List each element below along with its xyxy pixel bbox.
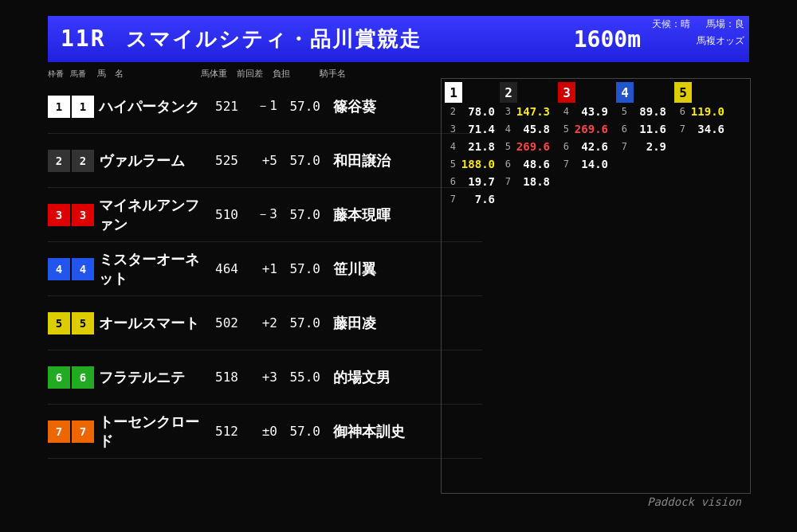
table-row: 2 2 ヴァルラーム 525 +5 57.0 和田譲治 <box>48 134 482 188</box>
odds-horse-num: 7 <box>500 176 511 187</box>
horse-prev: －3 <box>241 206 277 223</box>
odds-col-3: 3 443.95269.6642.6714.0 <box>558 82 608 208</box>
odds-horse-num: 7 <box>445 194 456 205</box>
odds-value: 21.8 <box>458 140 495 153</box>
odds-horse-num: 2 <box>445 106 456 117</box>
odds-horse-num: 5 <box>558 123 569 135</box>
horse-futan: 57.0 <box>281 207 320 222</box>
odds-label: 馬複オッズ <box>692 33 749 49</box>
horse-name: ハイパータンク <box>99 97 202 116</box>
odds-entry-row: 5269.6 <box>500 138 550 155</box>
odds-entry-row: 371.4 <box>445 120 495 138</box>
top-banner: 11R スマイルシティ・品川賞競走 1600m <box>48 16 749 62</box>
odds-entry-row: 72.9 <box>616 138 666 155</box>
horse-futan: 55.0 <box>281 370 320 385</box>
horse-futan: 57.0 <box>281 261 320 276</box>
odds-value: 11.6 <box>630 123 666 135</box>
jockey-name: 藤本現暉 <box>333 205 429 225</box>
waku-badge: 4 <box>48 258 70 280</box>
odds-value: 2.9 <box>630 140 666 153</box>
waku-badge: 2 <box>48 150 70 172</box>
odds-entry-row: 648.6 <box>500 155 550 173</box>
col-futan: 負担 <box>273 68 308 80</box>
horse-weight: 502 <box>202 315 238 331</box>
horse-futan: 57.0 <box>281 424 320 439</box>
odds-entry-row: 5269.6 <box>558 120 608 138</box>
odds-value: 71.4 <box>458 123 495 135</box>
horse-futan: 57.0 <box>281 99 320 114</box>
odds-value: 269.6 <box>513 140 550 153</box>
odds-value: 43.9 <box>571 105 608 118</box>
odds-entry-row: 714.0 <box>558 155 608 173</box>
odds-entry-row: 278.0 <box>445 103 495 120</box>
horse-prev: +2 <box>241 315 277 331</box>
odds-col-2: 2 3147.3445.85269.6648.6718.8 <box>500 82 550 208</box>
uma-badge: 4 <box>72 258 94 280</box>
horse-weight: 512 <box>202 424 238 439</box>
odds-value: 19.7 <box>458 175 495 188</box>
odds-horse-num: 7 <box>558 158 569 170</box>
odds-col3-entries: 443.95269.6642.6714.0 <box>558 103 608 173</box>
odds-horse-num: 6 <box>616 123 627 135</box>
odds-col2-header: 2 <box>500 82 517 103</box>
uma-badge: 7 <box>72 421 94 443</box>
horse-prev: +5 <box>241 153 277 168</box>
horse-table: 1 1 ハイパータンク 521 －1 57.0 篠谷葵 2 2 ヴァルラーム 5… <box>48 80 482 459</box>
odds-entry-row: 642.6 <box>558 138 608 155</box>
jockey-name: 篠谷葵 <box>333 97 429 116</box>
jockey-name: 笹川翼 <box>333 260 429 279</box>
table-row: 5 5 オールスマート 502 +2 57.0 藤田凌 <box>48 296 482 350</box>
odds-horse-num: 6 <box>674 106 685 117</box>
odds-entry-row: 6119.0 <box>674 103 724 120</box>
waku-badge: 1 <box>48 96 70 118</box>
horse-prev: －1 <box>241 98 277 115</box>
odds-inner: 1 278.0371.4421.85188.0619.777.6 2 3147.… <box>442 79 750 211</box>
horse-weight: 464 <box>202 261 238 276</box>
odds-panel: 1 278.0371.4421.85188.0619.777.6 2 3147.… <box>441 78 751 494</box>
table-row: 4 4 ミスターオーネット 464 +1 57.0 笹川翼 <box>48 242 482 296</box>
odds-entry-row: 443.9 <box>558 103 608 120</box>
odds-horse-num: 4 <box>445 141 456 152</box>
screen: 11R スマイルシティ・品川賞競走 1600m 天候：晴 馬場：良 馬複オッズ … <box>0 0 797 532</box>
odds-value: 78.0 <box>458 105 495 118</box>
odds-entry-row: 734.6 <box>674 120 724 138</box>
odds-col3-header: 3 <box>558 82 575 103</box>
odds-entry-row: 718.8 <box>500 173 550 190</box>
odds-value: 89.8 <box>630 105 666 118</box>
uma-badge: 2 <box>72 150 94 172</box>
col-name: 馬 名 <box>97 68 201 80</box>
uma-badge: 3 <box>72 204 94 226</box>
odds-col4-header: 4 <box>616 82 634 103</box>
odds-entry-row: 5188.0 <box>445 155 495 173</box>
odds-value: 45.8 <box>513 123 550 135</box>
odds-entry-row: 445.8 <box>500 120 550 138</box>
top-right-info: 天候：晴 馬場：良 馬複オッズ <box>647 16 749 49</box>
col-weight: 馬体重 <box>201 68 237 80</box>
horse-name: フラテルニテ <box>99 368 202 387</box>
odds-value: 34.6 <box>688 123 724 135</box>
odds-value: 119.0 <box>688 105 724 118</box>
waku-badge: 3 <box>48 204 70 226</box>
horse-futan: 57.0 <box>281 153 320 168</box>
odds-horse-num: 7 <box>616 141 627 152</box>
table-row: 6 6 フラテルニテ 518 +3 55.0 的場文男 <box>48 350 482 405</box>
odds-value: 7.6 <box>458 193 495 205</box>
odds-col5-entries: 6119.0734.6 <box>674 103 724 138</box>
paddock-vision: Paddock vision <box>647 495 741 508</box>
odds-col-1: 1 278.0371.4421.85188.0619.777.6 <box>445 82 495 208</box>
col-prev: 前回差 <box>237 68 273 80</box>
odds-entry-row: 77.6 <box>445 190 495 208</box>
odds-entry-row: 619.7 <box>445 173 495 190</box>
uma-badge: 5 <box>72 312 94 334</box>
venue-label: 馬場：良 <box>706 18 744 31</box>
jockey-name: 御神本訓史 <box>333 422 429 441</box>
horse-weight: 518 <box>202 370 238 385</box>
odds-value: 18.8 <box>513 175 550 188</box>
odds-horse-num: 5 <box>445 158 456 170</box>
odds-entry-row: 589.8 <box>616 103 666 120</box>
odds-value: 14.0 <box>571 158 608 170</box>
horse-weight: 525 <box>202 153 238 168</box>
odds-horse-num: 4 <box>500 123 511 135</box>
odds-entry-row: 421.8 <box>445 138 495 155</box>
race-distance: 1600m <box>574 26 641 53</box>
